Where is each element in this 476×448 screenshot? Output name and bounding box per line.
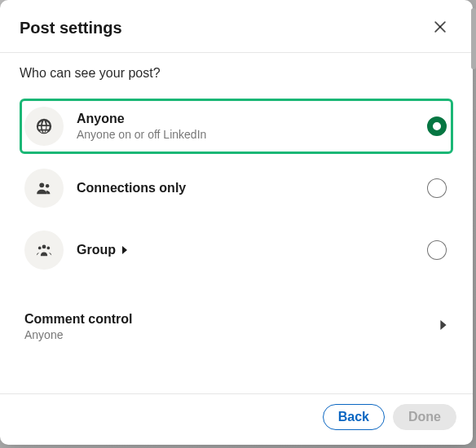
comment-control-title: Comment control — [24, 312, 132, 327]
svg-point-2 — [39, 182, 44, 187]
comment-control-row[interactable]: Comment control Anyone — [20, 301, 453, 353]
svg-point-5 — [38, 247, 42, 250]
chevron-right-icon — [121, 245, 129, 255]
visibility-option-connections[interactable]: Connections only — [20, 160, 453, 216]
connections-icon — [24, 169, 64, 208]
option-text: Group — [77, 243, 427, 257]
modal-header: Post settings — [0, 0, 473, 52]
svg-point-3 — [46, 184, 49, 187]
radio-group[interactable] — [427, 240, 447, 260]
scrollbar[interactable] — [471, 8, 476, 69]
group-icon — [24, 231, 64, 270]
close-button[interactable] — [427, 15, 453, 41]
svg-point-6 — [46, 247, 50, 250]
option-text: Connections only — [77, 181, 427, 195]
close-icon — [432, 19, 448, 37]
option-title: Group — [77, 243, 116, 257]
option-title: Anyone — [77, 112, 427, 126]
globe-icon — [24, 107, 64, 146]
radio-connections[interactable] — [427, 178, 447, 198]
post-settings-modal: Post settings Who can see your post? Any… — [0, 0, 473, 445]
comment-control-value: Anyone — [24, 328, 132, 341]
visibility-question: Who can see your post? — [20, 66, 453, 81]
chevron-right-icon — [439, 318, 448, 335]
visibility-option-anyone[interactable]: Anyone Anyone on or off LinkedIn — [20, 99, 453, 154]
done-button[interactable]: Done — [393, 404, 456, 430]
svg-point-4 — [42, 244, 46, 248]
back-button[interactable]: Back — [323, 404, 385, 430]
option-title: Connections only — [77, 181, 427, 195]
radio-anyone[interactable] — [427, 116, 447, 136]
option-text: Anyone Anyone on or off LinkedIn — [77, 112, 427, 141]
modal-title: Post settings — [20, 19, 122, 37]
visibility-option-group[interactable]: Group — [20, 222, 453, 278]
modal-body: Who can see your post? Anyone Anyone on … — [0, 53, 473, 393]
option-subtitle: Anyone on or off LinkedIn — [77, 128, 427, 141]
modal-footer: Back Done — [0, 393, 473, 445]
